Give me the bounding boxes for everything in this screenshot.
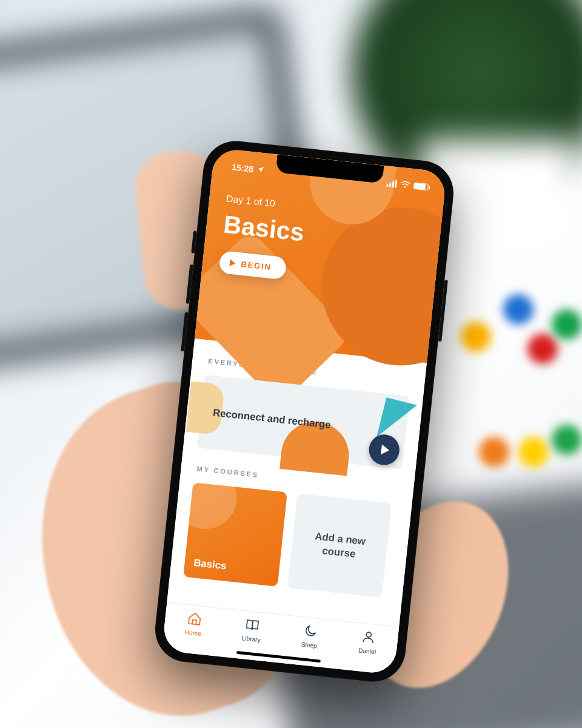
home-icon xyxy=(186,611,202,628)
status-time: 15:28 xyxy=(232,162,254,174)
feature-card-title: Reconnect and recharge xyxy=(212,406,331,431)
background-candy xyxy=(552,309,582,340)
background-candy xyxy=(503,294,534,325)
tab-profile[interactable]: Daniel xyxy=(338,627,398,658)
background-candy xyxy=(479,437,509,467)
location-icon xyxy=(256,165,265,174)
background-candy xyxy=(518,437,549,467)
background-candy xyxy=(461,322,491,352)
tab-label: Sleep xyxy=(301,641,317,649)
book-icon xyxy=(244,617,261,634)
add-course-card[interactable]: Add a new course xyxy=(287,493,392,598)
card-decoration xyxy=(183,482,239,532)
svg-point-0 xyxy=(404,186,406,188)
add-course-label: Add a new course xyxy=(307,528,372,562)
tab-home[interactable]: Home xyxy=(164,608,224,639)
tab-label: Library xyxy=(241,635,261,643)
main-content: EVERYDAY HEADSPACE Reconnect and recharg… xyxy=(164,339,427,650)
battery-icon xyxy=(413,183,429,191)
person-icon xyxy=(361,629,377,646)
play-icon xyxy=(229,260,235,267)
background-candy xyxy=(527,334,558,364)
tab-library[interactable]: Library xyxy=(222,615,283,645)
tab-label: Daniel xyxy=(358,647,376,655)
play-icon xyxy=(381,445,390,456)
moon-icon xyxy=(303,623,319,640)
svg-point-1 xyxy=(366,632,372,638)
course-card-title: Basics xyxy=(193,557,227,572)
course-card-basics[interactable]: Basics xyxy=(183,482,287,587)
wifi-icon xyxy=(400,180,410,189)
background-candy xyxy=(552,425,582,455)
tab-label: Home xyxy=(184,629,201,637)
cellular-icon xyxy=(386,179,397,188)
phone: 15:28 Day 1 of 10 Basics xyxy=(162,148,447,675)
begin-button-label: BEGIN xyxy=(241,260,272,272)
tab-sleep[interactable]: Sleep xyxy=(279,621,340,652)
